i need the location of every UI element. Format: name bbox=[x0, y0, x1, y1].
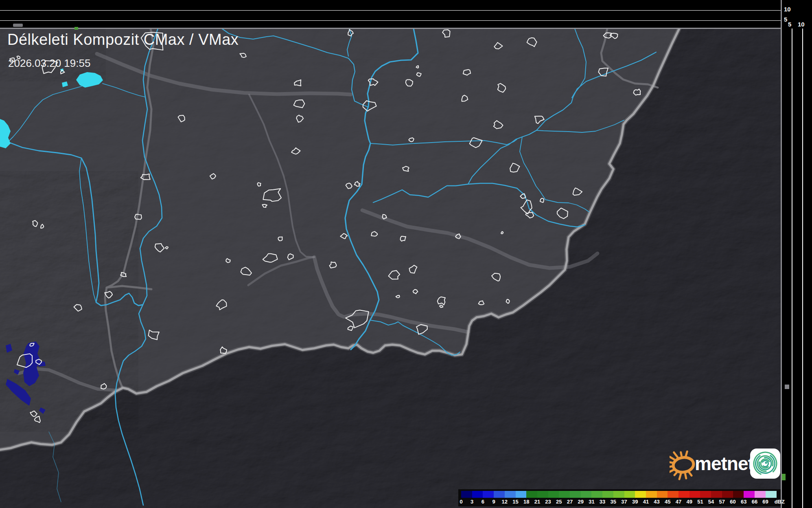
colorbar-cell bbox=[494, 491, 505, 498]
ruler-tick-label: 5 bbox=[788, 21, 791, 27]
ruler-gridline-v2 bbox=[802, 29, 803, 508]
sun-ray bbox=[679, 473, 681, 479]
colorbar-cell bbox=[505, 491, 516, 498]
sun-core bbox=[672, 456, 695, 474]
ruler-tick-label: 5 bbox=[784, 16, 787, 22]
colorbar-cell bbox=[483, 491, 494, 498]
colorbar-cell bbox=[526, 491, 537, 498]
sun-ray bbox=[681, 452, 682, 455]
colorbar-tick-label: 0 bbox=[460, 499, 462, 505]
colorbar-cell bbox=[668, 491, 678, 498]
spiral-center bbox=[765, 462, 767, 464]
colorbar-tick-label: 41 bbox=[643, 499, 649, 505]
top-scrollbar-handle[interactable] bbox=[13, 24, 23, 27]
ruler-gridline-h2 bbox=[0, 20, 781, 21]
colorbar-cell bbox=[624, 491, 635, 498]
right-ruler: 10 5 5 10 bbox=[781, 0, 812, 508]
colorbar-cell bbox=[646, 491, 657, 498]
sun-ray bbox=[670, 469, 674, 472]
colorbar-cell bbox=[722, 491, 733, 498]
colorbar-cell bbox=[755, 491, 766, 498]
colorbar-unit-label: dBZ bbox=[775, 499, 785, 505]
spiral-arc bbox=[752, 451, 778, 477]
colorbar-tick-label: 37 bbox=[621, 499, 627, 505]
colorbar-cell bbox=[591, 491, 602, 498]
colorbar-tick-label: 49 bbox=[686, 499, 692, 505]
colorbar-tick-label: 54 bbox=[708, 499, 714, 505]
map-top-border bbox=[0, 28, 812, 29]
colorbar-cell bbox=[537, 491, 548, 498]
spiral-arc bbox=[751, 449, 780, 478]
colorbar-tick-label: 69 bbox=[762, 499, 768, 505]
colorbar-tick-label: 47 bbox=[676, 499, 681, 505]
colorbar-cell bbox=[472, 491, 483, 498]
map-layers bbox=[0, 29, 781, 508]
colorbar-tick-label: 6 bbox=[482, 499, 484, 505]
sun-ray bbox=[670, 466, 672, 467]
colorbar-cell bbox=[733, 491, 744, 498]
colorbar-cell bbox=[711, 491, 722, 498]
colorbar-tick-label: 9 bbox=[492, 499, 495, 505]
colorbar-tick-label: 29 bbox=[578, 499, 583, 505]
colorbar-tick-label: 57 bbox=[719, 499, 725, 505]
colorbar-cell bbox=[581, 491, 592, 498]
colorbar-tick-label: 63 bbox=[741, 499, 746, 505]
colorbar-cell bbox=[766, 491, 777, 498]
colorbar-tick-label: 23 bbox=[545, 499, 551, 505]
colorbar-tick-label: 33 bbox=[600, 499, 605, 505]
right-scrollbar-handle[interactable] bbox=[785, 385, 789, 389]
colorbar-cell bbox=[700, 491, 711, 498]
colorbar-cell bbox=[678, 491, 689, 498]
sun-ray bbox=[686, 451, 687, 456]
ruler-gridline-v1 bbox=[792, 29, 792, 508]
sun-ray bbox=[689, 472, 692, 475]
radar-viewer: Délkeleti Kompozit CMax / VMax 2026.03.2… bbox=[0, 0, 812, 508]
logo: metnet bbox=[670, 445, 784, 484]
colorbar-cell bbox=[613, 491, 624, 498]
colorbar-tick-label: 60 bbox=[730, 499, 735, 505]
colorbar-cell bbox=[548, 491, 559, 498]
colorbar-cell bbox=[744, 491, 755, 498]
sun-ray bbox=[685, 474, 686, 479]
colorbar-cell bbox=[657, 491, 668, 498]
ruler-tick-label: 10 bbox=[798, 21, 805, 27]
colorbar-tick-label: 27 bbox=[567, 499, 573, 505]
colorbar-tick-label: 12 bbox=[502, 499, 508, 505]
colorbar-cell bbox=[559, 491, 570, 498]
radar-map-canvas bbox=[0, 29, 781, 508]
colorbar-tick-label: 25 bbox=[556, 499, 562, 505]
sun-ray bbox=[674, 473, 677, 475]
colorbar-tick-label: 39 bbox=[632, 499, 638, 505]
top-position-marker bbox=[74, 27, 78, 30]
colorbar-cell bbox=[461, 491, 472, 498]
colorbar-tick-label: 66 bbox=[752, 499, 757, 505]
sun-ray bbox=[670, 462, 673, 463]
colorbar-tick-label: 3 bbox=[471, 499, 473, 505]
colorbar-tick-label: 21 bbox=[534, 499, 540, 505]
colorbar-tick-label: 43 bbox=[654, 499, 659, 505]
colorbar-tick-label: 51 bbox=[697, 499, 703, 505]
colorbar-cell bbox=[516, 491, 527, 498]
sun-ray bbox=[670, 457, 674, 459]
page-title: Délkeleti Kompozit CMax / VMax bbox=[7, 31, 239, 48]
spiral-icon bbox=[750, 449, 780, 479]
colorbar-cell bbox=[635, 491, 646, 498]
colorbar-tick-label: 31 bbox=[589, 499, 594, 505]
top-ruler bbox=[0, 0, 812, 29]
colorbar-cell bbox=[602, 491, 613, 498]
dbz-colorbar-legend: 0369121518212325272931333537394143454749… bbox=[458, 489, 781, 506]
colorbar-tick-label: 45 bbox=[665, 499, 670, 505]
spiral-logo-box bbox=[750, 449, 780, 479]
sun-ray bbox=[674, 452, 678, 457]
colorbar-cell bbox=[689, 491, 700, 498]
colorbar-cell bbox=[570, 491, 581, 498]
right-ruler-border bbox=[781, 0, 782, 508]
timestamp: 2026.03.20 19:55 bbox=[8, 57, 90, 70]
logo-text: metnet bbox=[695, 453, 754, 475]
ruler-gridline-h1 bbox=[0, 10, 781, 11]
colorbar-tick-label: 15 bbox=[512, 499, 518, 505]
colorbar-tick-label: 35 bbox=[611, 499, 616, 505]
colorbar-tick-label: 18 bbox=[523, 499, 529, 505]
ruler-tick-label: 10 bbox=[784, 6, 791, 12]
